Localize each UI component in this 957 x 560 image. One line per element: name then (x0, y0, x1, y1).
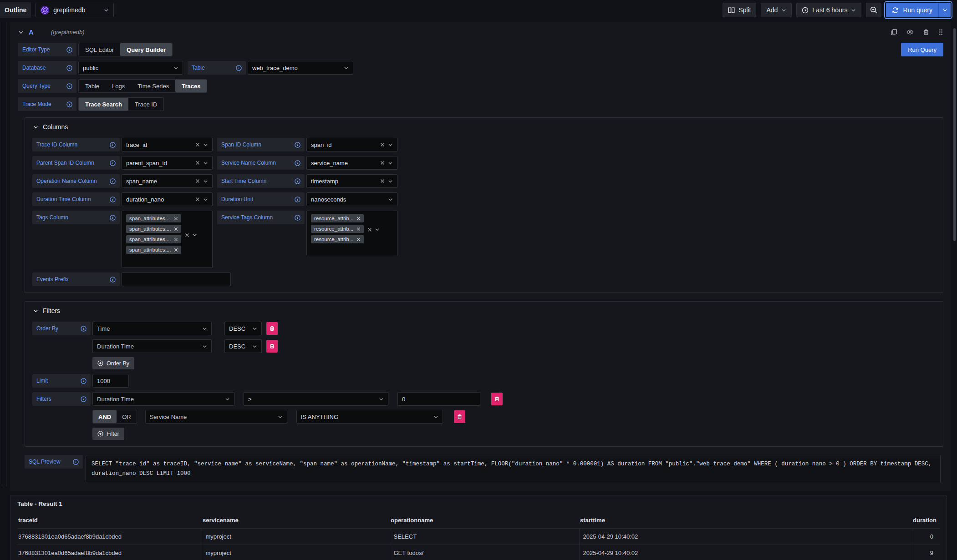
tag-chip[interactable]: span_attributes.... (126, 214, 181, 222)
remove-tag-icon[interactable] (356, 227, 361, 231)
duration-time-column-select[interactable]: duration_nano (122, 192, 213, 206)
info-icon[interactable] (110, 142, 116, 148)
service-tags-column-multiselect[interactable]: resource_attrib... resource_attrib... re… (306, 211, 397, 256)
zoom-out-button[interactable] (866, 3, 881, 17)
info-icon[interactable] (81, 378, 87, 384)
duration-unit-select[interactable]: nanoseconds (306, 192, 397, 206)
info-icon[interactable] (295, 142, 300, 148)
column-header-duration[interactable]: duration (912, 514, 940, 529)
table-select[interactable]: web_trace_demo (248, 61, 353, 75)
clear-icon[interactable] (195, 161, 200, 165)
query-type-option-time-series[interactable]: Time Series (131, 80, 175, 92)
tag-chip[interactable]: span_attributes.... (126, 246, 181, 254)
remove-tag-icon[interactable] (174, 237, 178, 242)
events-prefix-input[interactable] (122, 272, 231, 286)
limit-input[interactable]: 1000 (92, 374, 129, 388)
clear-icon[interactable] (195, 179, 200, 183)
tag-chip[interactable]: resource_attrib... (311, 225, 364, 233)
chevron-down-icon[interactable] (375, 227, 380, 232)
order-by-field-select[interactable]: Time (92, 322, 212, 335)
tags-column-multiselect[interactable]: span_attributes.... span_attributes.... … (122, 211, 213, 268)
drag-handle-icon[interactable] (938, 29, 943, 35)
clear-icon[interactable] (380, 142, 385, 147)
tag-chip[interactable]: span_attributes.... (126, 225, 181, 233)
info-icon[interactable] (110, 178, 116, 184)
info-icon[interactable] (66, 83, 72, 89)
remove-tag-icon[interactable] (174, 248, 178, 252)
clear-all-icon[interactable] (367, 227, 372, 232)
info-icon[interactable] (81, 396, 87, 402)
parent-span-id-column-select[interactable]: parent_span_id (122, 156, 213, 170)
query-ref-id[interactable]: A (29, 28, 34, 36)
filter-field-select[interactable]: Service Name (145, 410, 287, 424)
trace-id-column-select[interactable]: trace_id (122, 138, 213, 151)
add-button[interactable]: Add (761, 3, 792, 17)
clear-icon[interactable] (195, 197, 200, 202)
outline-tab[interactable]: Outline (0, 2, 31, 18)
info-icon[interactable] (110, 160, 116, 166)
trace-mode-option-trace-search[interactable]: Trace Search (79, 98, 128, 111)
trace-id-link[interactable]: 3768831301ea0d65adaef8b9da1cbded (17, 545, 202, 560)
operation-name-column-select[interactable]: span_name (122, 174, 213, 188)
split-button[interactable]: Split (723, 3, 756, 17)
chevron-down-icon[interactable] (192, 232, 197, 237)
column-header-starttime[interactable]: starttime (579, 514, 912, 529)
panel-run-query-button[interactable]: Run Query (901, 43, 943, 56)
run-query-options-caret[interactable] (938, 3, 951, 17)
order-by-direction-select[interactable]: DESC (224, 339, 262, 353)
query-type-option-logs[interactable]: Logs (106, 80, 131, 92)
info-icon[interactable] (295, 160, 300, 166)
clear-all-icon[interactable] (185, 233, 189, 237)
hide-query-eye-icon[interactable] (906, 29, 914, 35)
trace-id-link[interactable]: 3768831301ea0d65adaef8b9da1cbded (17, 529, 202, 545)
add-order-by-button[interactable]: Order By (92, 357, 134, 369)
columns-section-header[interactable]: Columns (33, 123, 936, 131)
info-icon[interactable] (236, 65, 242, 71)
filter-operator-select[interactable]: IS ANYTHING (296, 410, 443, 424)
column-header-traceid[interactable]: traceid (17, 514, 202, 529)
remove-tag-icon[interactable] (356, 217, 361, 221)
remove-filter-button[interactable] (454, 410, 465, 423)
clear-icon[interactable] (195, 142, 200, 147)
logic-operator-and[interactable]: AND (93, 410, 117, 423)
delete-query-trash-icon[interactable] (923, 29, 929, 35)
clear-icon[interactable] (380, 179, 385, 183)
info-icon[interactable] (295, 197, 300, 202)
filter-operator-select[interactable]: > (244, 392, 388, 406)
info-icon[interactable] (73, 459, 79, 465)
filters-section-header[interactable]: Filters (33, 307, 936, 314)
column-header-operationname[interactable]: operationname (390, 514, 579, 529)
filter-value-input[interactable]: 0 (397, 392, 480, 406)
info-icon[interactable] (66, 101, 72, 107)
remove-tag-icon[interactable] (174, 227, 178, 231)
remove-tag-icon[interactable] (174, 217, 178, 221)
remove-order-by-button[interactable] (266, 322, 278, 335)
info-icon[interactable] (110, 215, 116, 221)
scrollbar-thumb[interactable] (953, 28, 956, 241)
add-filter-button[interactable]: Filter (92, 428, 124, 440)
trace-mode-option-trace-id[interactable]: Trace ID (128, 98, 163, 111)
info-icon[interactable] (295, 178, 300, 184)
editor-type-option-query-builder[interactable]: Query Builder (120, 43, 172, 56)
query-type-option-table[interactable]: Table (79, 80, 106, 92)
time-range-picker[interactable]: Last 6 hours (796, 3, 861, 17)
remove-tag-icon[interactable] (356, 237, 361, 242)
duplicate-query-icon[interactable] (891, 29, 897, 35)
info-icon[interactable] (110, 277, 116, 283)
info-icon[interactable] (81, 326, 87, 332)
run-query-button[interactable]: Run query (886, 3, 938, 17)
logic-operator-or[interactable]: OR (117, 410, 137, 423)
remove-filter-button[interactable] (491, 393, 503, 405)
order-by-field-select[interactable]: Duration Time (92, 339, 212, 353)
editor-type-option-sql-editor[interactable]: SQL Editor (79, 43, 120, 56)
clear-icon[interactable] (380, 161, 385, 165)
service-name-column-select[interactable]: service_name (306, 156, 397, 170)
tag-chip[interactable]: resource_attrib... (311, 235, 364, 243)
tag-chip[interactable]: resource_attrib... (311, 214, 364, 222)
tag-chip[interactable]: span_attributes.... (126, 235, 181, 243)
column-header-servicename[interactable]: servicename (202, 514, 390, 529)
info-icon[interactable] (110, 197, 116, 202)
span-id-column-select[interactable]: span_id (306, 138, 397, 151)
info-icon[interactable] (66, 65, 72, 71)
info-icon[interactable] (66, 47, 72, 53)
